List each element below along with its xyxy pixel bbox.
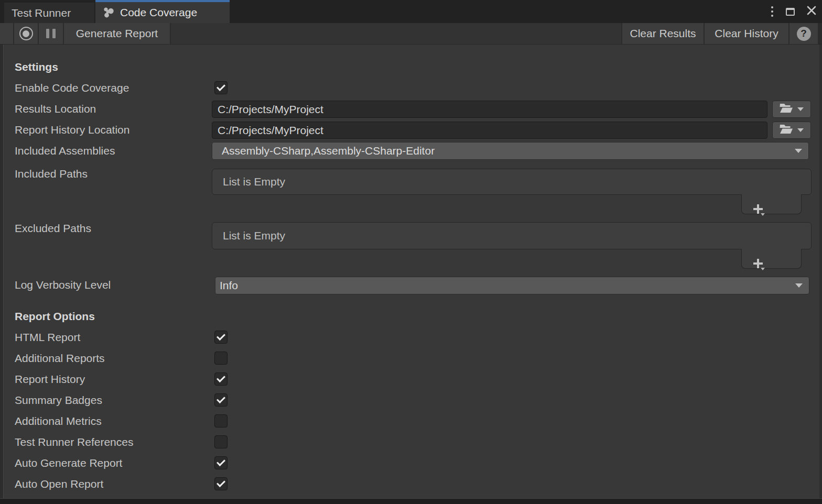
clear-results-label: Clear Results <box>630 27 696 40</box>
report-history-location-browse-button[interactable] <box>772 122 811 139</box>
settings-heading: Settings <box>15 57 58 78</box>
results-location-input[interactable] <box>212 101 767 118</box>
generate-report-button[interactable]: Generate Report <box>64 23 171 44</box>
report-history-checkbox[interactable] <box>214 372 228 386</box>
clear-history-button[interactable]: Clear History <box>704 23 788 44</box>
chevron-down-icon <box>795 149 802 153</box>
close-icon[interactable] <box>805 5 818 18</box>
included-paths-list-footer <box>741 194 802 214</box>
log-verbosity-level-label: Log Verbosity Level <box>15 275 111 295</box>
help-icon: ? <box>797 27 811 41</box>
chevron-down-icon <box>761 213 765 216</box>
log-verbosity-level-value: Info <box>220 279 238 292</box>
tab-code-coverage[interactable]: Code Coverage <box>95 0 230 23</box>
report-options-heading: Report Options <box>15 306 95 327</box>
toolbar-left-spacer <box>0 23 14 44</box>
pause-button[interactable] <box>39 23 64 44</box>
summary-badges-checkbox[interactable] <box>214 393 228 407</box>
window-controls <box>769 0 818 23</box>
clear-results-button[interactable]: Clear Results <box>621 23 704 44</box>
window-bottom-edge <box>0 498 822 504</box>
maximize-icon[interactable] <box>786 8 795 16</box>
included-assemblies-dropdown[interactable]: Assembly-CSharp,Assembly-CSharp-Editor <box>212 142 809 160</box>
additional-reports-checkbox[interactable] <box>214 352 228 365</box>
pause-icon <box>46 29 56 38</box>
html-report-label: HTML Report <box>15 327 80 348</box>
included-paths-empty-text: List is Empty <box>223 176 285 188</box>
record-icon <box>19 27 33 40</box>
help-button[interactable]: ? <box>788 23 818 44</box>
additional-reports-label: Additional Reports <box>15 348 105 369</box>
included-paths-list[interactable]: List is Empty <box>212 169 812 195</box>
test-runner-references-label: Test Runner References <box>15 432 133 453</box>
results-location-browse-button[interactable] <box>772 101 811 118</box>
html-report-checkbox[interactable] <box>214 331 228 344</box>
additional-metrics-checkbox[interactable] <box>214 414 228 428</box>
toolbar: Generate Report Clear Results Clear Hist… <box>0 23 822 45</box>
chevron-down-icon <box>761 268 765 270</box>
additional-metrics-label: Additional Metrics <box>15 411 102 432</box>
excluded-paths-label: Excluded Paths <box>15 218 91 239</box>
summary-badges-label: Summary Badges <box>15 390 102 411</box>
code-coverage-window: Test Runner Code Coverage <box>0 0 822 504</box>
folder-open-icon <box>780 103 793 115</box>
excluded-paths-empty-text: List is Empty <box>223 229 285 242</box>
report-history-location-label: Report History Location <box>15 119 129 140</box>
settings-panel: Settings Enable Code Coverage Results Lo… <box>0 45 822 498</box>
auto-generate-report-checkbox[interactable] <box>214 456 228 469</box>
tab-code-coverage-label: Code Coverage <box>120 6 197 19</box>
enable-code-coverage-label: Enable Code Coverage <box>15 78 129 98</box>
record-button[interactable] <box>14 23 39 44</box>
auto-open-report-checkbox[interactable] <box>214 477 228 490</box>
chevron-down-icon <box>795 283 803 288</box>
excluded-paths-list[interactable]: List is Empty <box>212 222 812 249</box>
chevron-down-icon <box>797 107 804 111</box>
chevron-down-icon <box>797 128 804 132</box>
tab-test-runner-label: Test Runner <box>12 7 71 19</box>
results-location-label: Results Location <box>15 98 96 119</box>
clear-history-label: Clear History <box>715 27 778 40</box>
panel-left-edge <box>0 45 4 498</box>
coverage-flask-icon <box>102 6 115 19</box>
tab-bar: Test Runner Code Coverage <box>0 0 822 23</box>
panel-right-edge <box>819 45 822 498</box>
kebab-menu-icon[interactable] <box>769 4 775 19</box>
folder-open-icon <box>780 124 793 136</box>
test-runner-references-checkbox[interactable] <box>214 435 228 448</box>
auto-generate-report-label: Auto Generate Report <box>15 453 122 474</box>
toolbar-spacer <box>171 23 621 44</box>
toolbar-right-edge <box>818 23 822 44</box>
generate-report-label: Generate Report <box>76 27 158 40</box>
report-history-label: Report History <box>15 369 85 390</box>
included-assemblies-value: Assembly-CSharp,Assembly-CSharp-Editor <box>222 145 435 157</box>
included-assemblies-label: Included Assemblies <box>15 140 115 161</box>
report-history-location-input[interactable] <box>212 122 767 139</box>
enable-code-coverage-checkbox[interactable] <box>214 81 228 94</box>
included-paths-label: Included Paths <box>15 163 88 184</box>
tab-test-runner[interactable]: Test Runner <box>4 3 94 23</box>
excluded-paths-list-footer <box>741 249 802 269</box>
auto-open-report-label: Auto Open Report <box>15 474 103 495</box>
log-verbosity-level-dropdown[interactable]: Info <box>215 277 809 294</box>
